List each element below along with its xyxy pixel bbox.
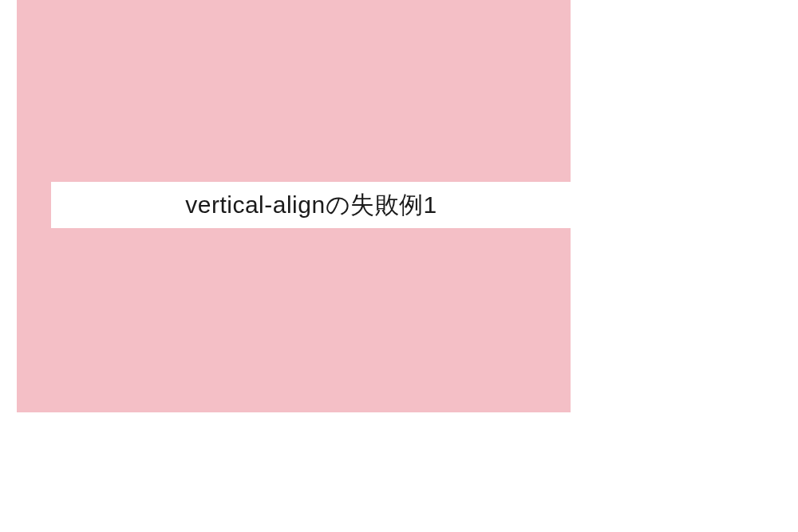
white-label-box: vertical-alignの失敗例1 xyxy=(51,182,571,228)
label-text: vertical-alignの失敗例1 xyxy=(185,189,437,222)
pink-container: vertical-alignの失敗例1 xyxy=(17,0,571,412)
